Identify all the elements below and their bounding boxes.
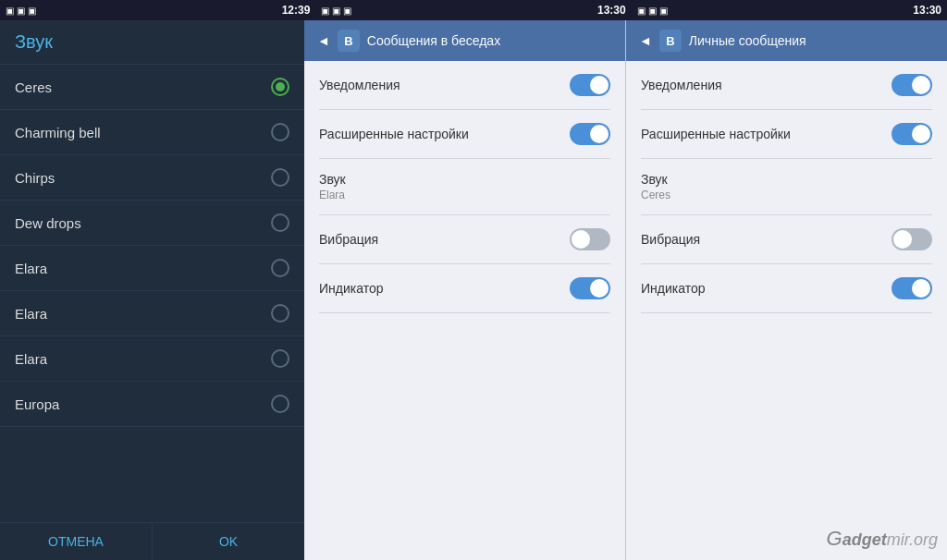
time-middle: 13:30 <box>597 4 626 17</box>
toggle-switch[interactable] <box>892 277 932 299</box>
left-footer: Отмена OK <box>0 522 304 560</box>
time-right: 13:30 <box>913 4 941 17</box>
panel-private-header: ◄ В Личные сообщения <box>626 20 947 61</box>
radio-circle[interactable] <box>271 168 289 187</box>
setting-sublabel: Ceres <box>641 189 670 201</box>
radio-circle[interactable] <box>271 349 289 368</box>
radio-circle[interactable] <box>271 304 289 323</box>
sound-item[interactable]: Elara <box>0 246 304 291</box>
setting-row: Индикатор <box>641 264 932 313</box>
setting-label-wrap: Расширенные настройки <box>641 127 791 141</box>
setting-label-wrap: ЗвукElara <box>319 172 346 201</box>
setting-label-wrap: Индикатор <box>641 281 706 296</box>
toggle-switch[interactable] <box>892 228 932 250</box>
sound-item-label: Elara <box>15 306 47 322</box>
sound-item-label: Elara <box>15 261 47 276</box>
toggle-switch[interactable] <box>892 74 932 96</box>
panel-conversations-title: Сообщения в беседах <box>367 33 612 48</box>
setting-label: Расширенные настройки <box>641 127 791 141</box>
time-left: 12:39 <box>282 4 311 17</box>
setting-row: ЗвукCeres <box>641 159 932 215</box>
setting-label-wrap: Вибрация <box>319 232 378 247</box>
panel-private-title: Личные сообщения <box>689 33 934 48</box>
panel-conversations-header: ◄ В Сообщения в беседах <box>304 20 625 61</box>
setting-row: Вибрация <box>319 215 610 264</box>
setting-sublabel: Elara <box>319 189 346 201</box>
setting-label-wrap: Вибрация <box>641 232 700 247</box>
sound-item-label: Chirps <box>15 170 55 186</box>
sound-item[interactable]: Elara <box>0 336 304 382</box>
setting-row: Уведомления <box>641 61 932 110</box>
radio-circle[interactable] <box>271 259 289 277</box>
toggle-switch[interactable] <box>570 123 610 145</box>
ok-button[interactable]: OK <box>153 523 304 560</box>
sound-item-label: Ceres <box>15 79 52 95</box>
left-header: Звук <box>0 20 304 65</box>
vk-icon-private: В <box>659 30 682 52</box>
sound-item[interactable]: Dew drops <box>0 201 304 246</box>
sound-item[interactable]: Elara <box>0 291 304 336</box>
panel-conversations-content: УведомленияРасширенные настройкиЗвукElar… <box>304 61 625 560</box>
watermark: Gadgetmir.org <box>827 527 938 551</box>
status-bar-middle: ▣▣▣ 13:30 <box>315 0 631 20</box>
setting-row: Уведомления <box>319 61 610 110</box>
setting-label-wrap: Индикатор <box>319 281 384 296</box>
radio-circle[interactable] <box>271 395 289 413</box>
toggle-switch[interactable] <box>570 228 610 250</box>
setting-row: Вибрация <box>641 215 932 264</box>
sound-item[interactable]: Europa <box>0 382 304 427</box>
setting-label: Индикатор <box>319 281 384 296</box>
sound-item-label: Elara <box>15 351 47 367</box>
cancel-button[interactable]: Отмена <box>0 523 153 560</box>
setting-row: Индикатор <box>319 264 610 313</box>
setting-label: Звук <box>641 172 670 187</box>
setting-label: Звук <box>319 172 346 187</box>
setting-label-wrap: Уведомления <box>641 78 722 92</box>
toggle-switch[interactable] <box>570 277 610 299</box>
toggle-switch[interactable] <box>892 123 932 145</box>
status-bar-right: ▣▣▣ 13:30 <box>632 0 947 20</box>
sound-item[interactable]: Ceres <box>0 65 304 110</box>
toggle-switch[interactable] <box>570 74 610 96</box>
vk-icon-conversations: В <box>338 30 360 52</box>
setting-label: Уведомления <box>641 78 722 92</box>
setting-label: Вибрация <box>319 232 378 247</box>
right-panels: ◄ В Сообщения в беседах УведомленияРасши… <box>304 20 947 560</box>
panel-conversations: ◄ В Сообщения в беседах УведомленияРасши… <box>304 20 625 560</box>
sound-item[interactable]: Chirps <box>0 155 304 201</box>
sound-item-label: Charming bell <box>15 125 101 140</box>
panel-private: ◄ В Личные сообщения УведомленияРасширен… <box>626 20 947 560</box>
setting-label: Уведомления <box>319 78 400 92</box>
status-icons-middle: ▣▣▣ <box>321 6 351 16</box>
setting-label: Расширенные настройки <box>319 127 469 141</box>
setting-label-wrap: Уведомления <box>319 78 400 92</box>
setting-row: ЗвукElara <box>319 159 610 215</box>
setting-row: Расширенные настройки <box>641 110 932 159</box>
back-icon-private[interactable]: ◄ <box>639 33 652 48</box>
setting-row: Расширенные настройки <box>319 110 610 159</box>
setting-label-wrap: Расширенные настройки <box>319 127 469 141</box>
left-panel-title: Звук <box>15 31 53 52</box>
radio-circle[interactable] <box>271 213 289 232</box>
setting-label: Вибрация <box>641 232 700 247</box>
panel-private-content: УведомленияРасширенные настройкиЗвукCere… <box>626 61 947 560</box>
status-icons-right: ▣▣▣ <box>637 6 668 16</box>
sound-item[interactable]: Charming bell <box>0 110 304 155</box>
left-panel: Звук CeresCharming bellChirpsDew dropsEl… <box>0 20 304 560</box>
setting-label-wrap: ЗвукCeres <box>641 172 670 201</box>
setting-label: Индикатор <box>641 281 706 296</box>
status-bar-left: ▣▣▣ 12:39 <box>0 0 315 20</box>
sound-item-label: Dew drops <box>15 215 81 231</box>
sound-item-label: Europa <box>15 396 59 412</box>
radio-circle[interactable] <box>271 123 289 141</box>
radio-circle[interactable] <box>271 78 289 96</box>
sound-list: CeresCharming bellChirpsDew dropsElaraEl… <box>0 65 304 522</box>
status-icons-left: ▣▣▣ <box>6 6 36 16</box>
back-icon-conversations[interactable]: ◄ <box>317 33 330 48</box>
